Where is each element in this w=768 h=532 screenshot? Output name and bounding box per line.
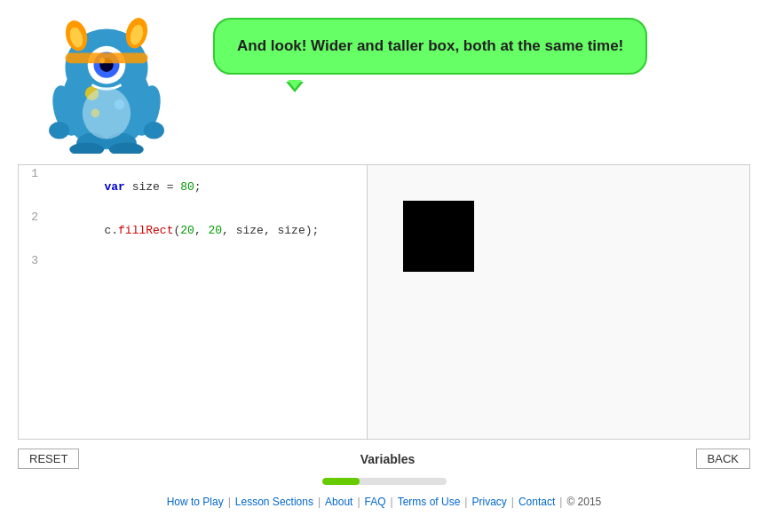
line-number-2: 2 xyxy=(19,210,45,224)
footer-link-lesson-sections[interactable]: Lesson Sections xyxy=(235,496,313,508)
editor-area: 1 var size = 80; 2 c.fillRect(20, 20, si… xyxy=(18,164,750,440)
line-content-1: var size = 80; xyxy=(45,167,367,207)
footer-link-how-to-play[interactable]: How to Play xyxy=(167,496,224,508)
code-line-1: 1 var size = 80; xyxy=(19,165,367,209)
line-content-2: c.fillRect(20, 20, size, size); xyxy=(45,210,367,250)
progress-bar-bg xyxy=(322,478,447,485)
progress-container xyxy=(0,478,768,485)
monster-icon xyxy=(31,12,182,154)
keyword-var: var xyxy=(104,180,124,194)
monster-container xyxy=(18,9,195,155)
reset-button[interactable]: RESET xyxy=(18,449,79,469)
canvas-panel xyxy=(368,165,749,439)
canvas-output xyxy=(385,183,732,423)
code-line-2: 2 c.fillRect(20, 20, size, size); xyxy=(19,209,367,252)
code-panel[interactable]: 1 var size = 80; 2 c.fillRect(20, 20, si… xyxy=(19,165,368,439)
footer-link-contact[interactable]: Contact xyxy=(519,496,555,508)
method-fillrect: fillRect xyxy=(118,224,173,237)
footer: How to Play | Lesson Sections | About | … xyxy=(0,488,768,515)
canvas-rect xyxy=(403,201,474,272)
footer-link-faq[interactable]: FAQ xyxy=(365,496,386,508)
svg-point-16 xyxy=(49,122,69,139)
speech-bubble-text: And look! Wider and taller box, both at … xyxy=(237,37,623,54)
code-line-3: 3 xyxy=(19,252,367,269)
footer-link-about[interactable]: About xyxy=(325,496,352,508)
svg-point-22 xyxy=(83,87,131,139)
line-number-3: 3 xyxy=(19,254,45,267)
header-area: And look! Wider and taller box, both at … xyxy=(0,0,768,164)
speech-bubble: And look! Wider and taller box, both at … xyxy=(213,18,647,75)
footer-link-privacy[interactable]: Privacy xyxy=(471,496,506,508)
bottom-bar: RESET Variables BACK xyxy=(0,443,768,474)
footer-copyright: © 2015 xyxy=(566,496,601,508)
footer-link-terms[interactable]: Terms of Use xyxy=(398,496,461,508)
num-80: 80 xyxy=(180,180,194,194)
svg-point-17 xyxy=(144,122,164,139)
svg-rect-10 xyxy=(65,52,147,63)
back-button[interactable]: BACK xyxy=(696,449,750,469)
line-content-3 xyxy=(45,254,367,267)
section-title: Variables xyxy=(360,452,416,466)
line-number-1: 1 xyxy=(19,167,45,180)
progress-bar-fill xyxy=(322,478,360,485)
